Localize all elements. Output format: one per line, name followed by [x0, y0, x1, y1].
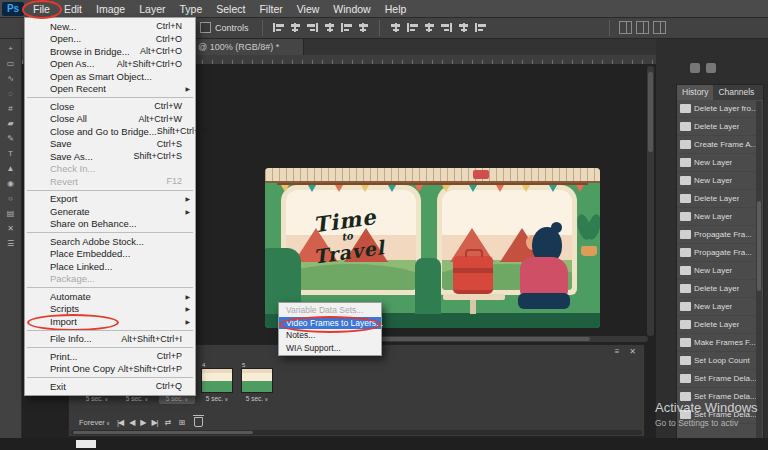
file-menu-item[interactable]: [27, 97, 193, 98]
distribute-left-edges-icon[interactable]: [440, 22, 453, 33]
history-state-row[interactable]: Delete Layer fro...: [677, 100, 763, 118]
history-state-row[interactable]: Make Frames F...: [677, 334, 763, 352]
file-menu-item[interactable]: [27, 347, 193, 348]
history-state-row[interactable]: New Layer: [677, 154, 763, 172]
timeline-frame[interactable]: 5 5 sec.: [239, 360, 275, 404]
tool-icon[interactable]: #: [8, 104, 12, 114]
menubar-item[interactable]: Type: [172, 1, 209, 17]
timeline-frame[interactable]: 4 5 sec.: [199, 360, 235, 404]
file-menu-item[interactable]: Open As... Alt+Shift+Ctrl+O: [25, 58, 195, 71]
tool-icon[interactable]: ◌: [8, 89, 13, 99]
history-state-row[interactable]: Create Frame A...: [677, 136, 763, 154]
panel-dock-icon[interactable]: [706, 63, 716, 73]
history-state-row[interactable]: Delete Layer: [677, 316, 763, 334]
tool-icon[interactable]: ✕: [7, 224, 14, 234]
panel-dock-icon[interactable]: [690, 63, 700, 73]
tool-icon[interactable]: ▤: [7, 209, 15, 219]
align-horizontal-centers-icon[interactable]: [289, 22, 302, 33]
workspace-layout-icon[interactable]: [619, 21, 632, 34]
tool-icon[interactable]: T: [8, 149, 13, 159]
file-menu-item[interactable]: Import: [25, 315, 195, 328]
history-state-row[interactable]: Set Loop Count: [677, 352, 763, 370]
history-panel-tab[interactable]: Channels: [713, 85, 759, 100]
history-state-row[interactable]: Propagate Fra...: [677, 244, 763, 262]
import-submenu-item[interactable]: Video Frames to Layers...: [279, 317, 381, 330]
workspace-layout-icon[interactable]: [653, 21, 666, 34]
align-top-edges-icon[interactable]: [323, 22, 336, 33]
frame-thumbnail[interactable]: [201, 368, 233, 393]
file-menu-item[interactable]: Export: [25, 193, 195, 206]
file-menu-item[interactable]: Scripts: [25, 303, 195, 316]
tool-icon[interactable]: ☰: [7, 239, 14, 249]
menubar-item[interactable]: Layer: [132, 1, 172, 17]
align-left-edges-icon[interactable]: [272, 22, 285, 33]
history-scrollbar[interactable]: [756, 101, 762, 439]
import-submenu-item[interactable]: Variable Data Sets...: [279, 304, 381, 317]
align-bottom-edges-icon[interactable]: [357, 22, 370, 33]
tween-icon[interactable]: ⇄: [165, 418, 172, 427]
duplicate-frame-icon[interactable]: ⊞: [178, 418, 185, 427]
file-menu-item[interactable]: Share on Behance...: [25, 218, 195, 231]
delete-frame-icon[interactable]: [194, 417, 203, 427]
align-vertical-centers-icon[interactable]: [340, 22, 353, 33]
history-state-row[interactable]: New Layer: [677, 208, 763, 226]
playback-button[interactable]: ▶|: [151, 418, 157, 427]
tool-icon[interactable]: ▰: [7, 119, 13, 129]
history-state-row[interactable]: New Layer: [677, 262, 763, 280]
timeline-scrollbar[interactable]: [71, 430, 642, 435]
history-state-row[interactable]: New Layer: [677, 172, 763, 190]
align-right-edges-icon[interactable]: [306, 22, 319, 33]
scrollbar-thumb[interactable]: [73, 431, 253, 434]
history-state-row[interactable]: Delete Layer: [677, 118, 763, 136]
tool-icon[interactable]: ◉: [7, 179, 14, 189]
file-menu-item[interactable]: Close and Go to Bridge... Shift+Ctrl+W: [25, 125, 195, 138]
frame-delay-select[interactable]: 5 sec.: [246, 395, 268, 402]
tool-icon[interactable]: ✎: [7, 134, 14, 144]
history-panel-tab[interactable]: History: [677, 85, 713, 100]
file-menu-item[interactable]: Search Adobe Stock...: [25, 235, 195, 248]
menubar-item[interactable]: File: [26, 1, 57, 17]
file-menu-item[interactable]: [27, 287, 193, 288]
tool-icon[interactable]: ∿: [7, 74, 14, 84]
file-menu-item[interactable]: Place Linked...: [25, 260, 195, 273]
scrollbar-thumb[interactable]: [757, 201, 761, 291]
history-state-row[interactable]: Set Frame Dela...: [677, 406, 763, 424]
frame-delay-select[interactable]: 5 sec.: [166, 395, 188, 402]
import-submenu-item[interactable]: Notes...: [279, 329, 381, 342]
distribute-bottom-edges-icon[interactable]: [423, 22, 436, 33]
file-menu-item[interactable]: [27, 190, 193, 191]
show-transform-controls-checkbox[interactable]: [200, 22, 211, 33]
file-menu-item[interactable]: Browse in Bridge... Alt+Ctrl+O: [25, 45, 195, 58]
scrollbar-thumb[interactable]: [360, 337, 590, 341]
loop-count-select[interactable]: Forever: [79, 418, 110, 427]
frame-delay-select[interactable]: 5 sec.: [206, 395, 228, 402]
file-menu-item[interactable]: Close Ctrl+W: [25, 100, 195, 113]
tool-icon[interactable]: ▭: [7, 59, 15, 69]
menubar-item[interactable]: Edit: [57, 1, 89, 17]
tool-icon[interactable]: ▲: [7, 164, 15, 174]
playback-button[interactable]: ▶: [140, 418, 145, 427]
file-menu-item[interactable]: File Info... Alt+Shift+Ctrl+I: [25, 333, 195, 346]
menubar-item[interactable]: Image: [89, 1, 132, 17]
file-menu-item[interactable]: New... Ctrl+N: [25, 20, 195, 33]
menubar-item[interactable]: Window: [326, 1, 377, 17]
menubar-item[interactable]: Filter: [252, 1, 289, 17]
file-menu-item[interactable]: [27, 330, 193, 331]
history-state-row[interactable]: Set Frame Dela...: [677, 388, 763, 406]
tool-icon[interactable]: ○: [8, 194, 13, 204]
workspace-layout-icon[interactable]: [636, 21, 649, 34]
file-menu-item[interactable]: Package...: [25, 273, 195, 286]
distribute-horizontal-centers-icon[interactable]: [457, 22, 470, 33]
distribute-right-edges-icon[interactable]: [474, 22, 487, 33]
distribute-vertical-centers-icon[interactable]: [406, 22, 419, 33]
file-menu-item[interactable]: Generate: [25, 205, 195, 218]
history-state-row[interactable]: Propagate Fra...: [677, 226, 763, 244]
file-menu-item[interactable]: Open... Ctrl+O: [25, 33, 195, 46]
frame-delay-select[interactable]: 5 sec.: [86, 395, 108, 402]
history-state-row[interactable]: Delete Layer: [677, 190, 763, 208]
file-menu-item[interactable]: Open Recent: [25, 83, 195, 96]
file-menu-item[interactable]: Save Ctrl+S: [25, 138, 195, 151]
distribute-top-edges-icon[interactable]: [389, 22, 402, 33]
file-menu-item[interactable]: Check In...: [25, 163, 195, 176]
playback-button[interactable]: |◀: [117, 418, 123, 427]
